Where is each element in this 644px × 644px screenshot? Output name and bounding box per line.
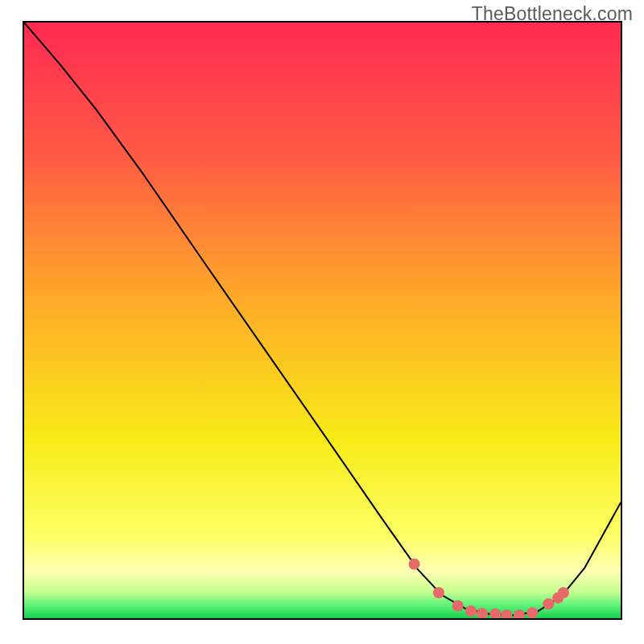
highlight-dot (433, 587, 444, 598)
watermark-text: TheBottleneck.com (472, 3, 633, 25)
highlight-dot (452, 600, 464, 611)
chart-container: TheBottleneck.com (0, 0, 644, 644)
highlight-dot (558, 587, 569, 598)
highlight-dot (409, 559, 420, 570)
highlight-dot (514, 609, 525, 618)
highlight-dot (501, 609, 512, 618)
curve-layer (24, 23, 621, 618)
highlight-dot (489, 609, 501, 618)
main-curve (24, 23, 621, 615)
highlight-dot (477, 608, 488, 618)
highlight-dot (465, 605, 477, 617)
highlight-dots-group (409, 559, 569, 618)
plot-area (23, 21, 622, 620)
highlight-dot (526, 607, 538, 618)
highlight-dot (543, 598, 554, 609)
